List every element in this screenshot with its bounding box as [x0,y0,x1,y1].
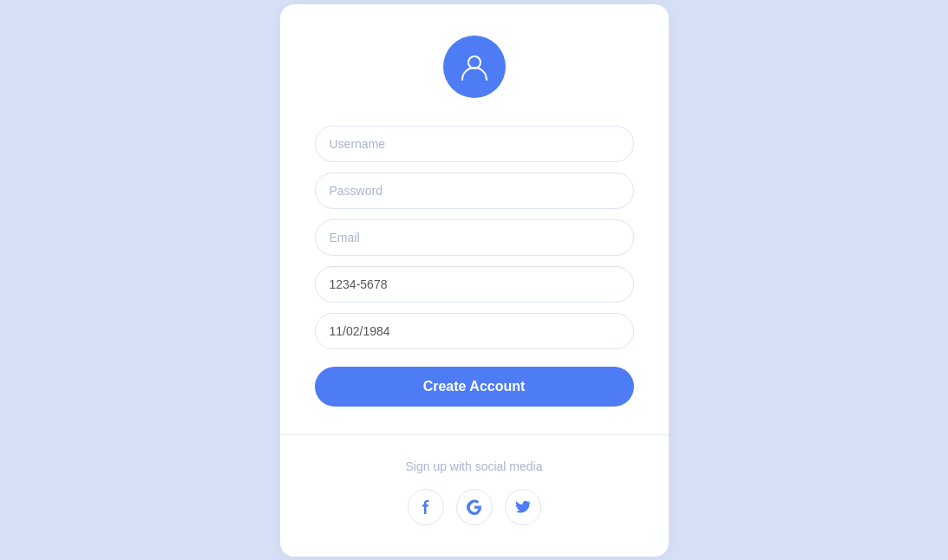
facebook-button[interactable] [408,489,444,525]
dob-input[interactable] [315,313,634,349]
create-account-button[interactable]: Create Account [315,367,634,407]
card-bottom-section: Sign up with social media [280,435,669,557]
username-input[interactable] [315,126,634,162]
form-fields: Create Account [315,126,634,407]
facebook-icon [418,499,434,515]
signup-card: Create Account Sign up with social media [280,4,669,557]
user-icon [458,50,491,83]
card-top-section: Create Account [280,4,669,434]
twitter-button[interactable] [505,489,541,525]
svg-point-0 [468,56,481,68]
google-icon [467,499,482,515]
email-input[interactable] [315,219,634,256]
twitter-icon [515,499,531,515]
avatar [443,36,506,98]
password-input[interactable] [315,173,634,209]
social-icons-group [408,489,541,525]
phone-input[interactable] [315,266,634,303]
social-media-label: Sign up with social media [406,459,543,473]
google-button[interactable] [456,489,493,525]
